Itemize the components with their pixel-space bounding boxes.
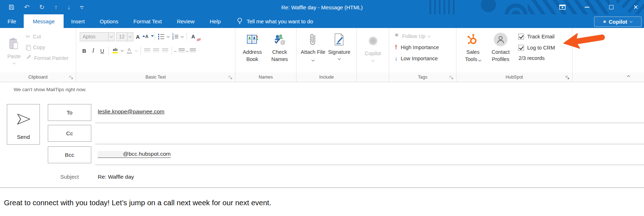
to-button[interactable]: To	[48, 104, 91, 121]
bullets-button[interactable]	[157, 32, 166, 41]
check-names-button[interactable]: @ Check Names	[266, 28, 293, 63]
shrink-font-button[interactable]: A	[144, 32, 153, 41]
font-color-button[interactable]: A	[125, 46, 134, 55]
signature-button[interactable]: Signature	[326, 28, 353, 63]
ribbon: Paste ✂ Cut Copy Format Painter	[0, 28, 644, 82]
cc-button[interactable]: Cc	[48, 125, 91, 142]
collapse-ribbon-button[interactable]	[627, 73, 630, 79]
follow-up-button[interactable]: Follow Up	[394, 32, 439, 41]
numbering-button[interactable]: 123	[171, 32, 180, 41]
to-recipient[interactable]: leslie.knope@pawnee.com	[98, 108, 164, 114]
basic-text-dialog-launcher-icon[interactable]	[228, 75, 233, 80]
contact-profiles-label: Contact Profiles	[487, 49, 515, 63]
tell-me-box[interactable]: Tell me what you want to do	[237, 14, 313, 28]
high-importance-button[interactable]: ! High Importance	[394, 43, 439, 52]
format-painter-button[interactable]: Format Painter	[26, 54, 69, 62]
send-button[interactable]: Send	[7, 104, 40, 145]
bcc-field[interactable]: @bcc.hubspot.com	[95, 146, 644, 165]
font-color-dropdown[interactable]	[134, 46, 139, 55]
records-status[interactable]: 2/3 records	[518, 55, 555, 61]
attach-file-label: Attach File	[300, 49, 326, 63]
chevron-down-icon	[338, 57, 341, 60]
copilot-ribbon-icon	[369, 34, 377, 48]
grow-font-button[interactable]: A	[135, 32, 144, 41]
increase-indent-button[interactable]: →	[185, 46, 196, 55]
bullets-dropdown[interactable]	[166, 32, 171, 41]
group-copilot: Copilot	[357, 28, 389, 82]
group-basic-text: Aptos 12 A A	[76, 28, 235, 82]
bold-button[interactable]: B	[80, 46, 89, 55]
save-icon[interactable]	[9, 4, 14, 10]
log-to-crm-checkbox[interactable]: Log to CRM	[518, 44, 555, 51]
close-button[interactable]: ×	[632, 4, 639, 10]
move-down-icon[interactable]: ↓	[67, 4, 70, 10]
track-email-checkbox[interactable]: Track Email	[518, 33, 555, 40]
tab-options[interactable]: Options	[92, 14, 126, 28]
align-right-button[interactable]	[161, 46, 170, 55]
clipboard-dialog-launcher-icon[interactable]	[69, 75, 74, 80]
high-importance-icon: !	[394, 44, 398, 51]
chevron-down-icon	[428, 34, 431, 37]
tags-dialog-launcher-icon[interactable]	[449, 75, 454, 80]
bcc-button[interactable]: Bcc	[48, 146, 91, 163]
align-center-button[interactable]	[152, 46, 161, 55]
bcc-recipient[interactable]: @bcc.hubspot.com	[98, 151, 171, 158]
high-importance-label: High Importance	[401, 44, 439, 50]
italic-button[interactable]: I	[89, 46, 98, 55]
tab-help[interactable]: Help	[202, 14, 228, 28]
tab-message[interactable]: Message	[24, 14, 64, 28]
attach-file-button[interactable]: Attach File	[300, 28, 326, 63]
maximize-button[interactable]	[608, 4, 615, 10]
tab-insert[interactable]: Insert	[64, 14, 92, 28]
clear-formatting-button[interactable]: A	[189, 32, 198, 41]
align-left-button[interactable]	[143, 46, 152, 55]
popout-icon[interactable]	[559, 4, 566, 10]
low-importance-button[interactable]: ↓ Low Importance	[394, 54, 439, 63]
check-names-icon: @	[273, 32, 286, 47]
address-book-icon	[246, 32, 258, 47]
highlight-button[interactable]: ab	[111, 46, 120, 55]
tab-file[interactable]: File	[0, 14, 24, 28]
subject-field[interactable]: Re: Waffle day	[98, 174, 134, 180]
hubspot-options: Track Email Log to CRM 2/3 records	[518, 33, 555, 61]
customize-quick-access-icon[interactable]	[80, 6, 83, 9]
message-body-editor[interactable]: Great to connect with you today! Let’s j…	[0, 188, 644, 216]
font-name-combo[interactable]: Aptos	[80, 32, 115, 41]
redo-icon[interactable]: ↻	[39, 4, 45, 10]
eraser-icon	[197, 38, 201, 41]
contact-avatar-icon	[494, 32, 507, 47]
highlight-dropdown[interactable]	[120, 46, 125, 55]
decrease-indent-button[interactable]: ←	[174, 46, 185, 55]
sales-tools-button[interactable]: Sales Tools	[461, 28, 484, 63]
address-book-label: Address Book	[238, 49, 266, 63]
cc-field[interactable]	[95, 125, 644, 144]
chevron-down-icon	[127, 33, 133, 41]
undo-icon[interactable]: ↶	[24, 4, 29, 10]
numbering-dropdown[interactable]	[180, 32, 185, 41]
copilot-ribbon-label: Copilot	[365, 50, 381, 57]
hubspot-dialog-launcher-icon[interactable]	[565, 75, 570, 80]
move-up-icon[interactable]: ↑	[54, 4, 58, 10]
paste-icon	[9, 37, 19, 51]
format-painter-icon	[26, 55, 32, 62]
minimize-button[interactable]	[584, 4, 590, 10]
contact-profiles-button[interactable]: Contact Profiles	[487, 28, 515, 63]
tab-format-text[interactable]: Format Text	[126, 14, 169, 28]
tab-review[interactable]: Review	[169, 14, 202, 28]
copilot-ribbon-button[interactable]: Copilot	[357, 28, 389, 61]
paste-button[interactable]: Paste	[4, 32, 24, 64]
cut-button[interactable]: ✂ Cut	[26, 33, 69, 41]
copilot-icon	[603, 20, 606, 23]
copilot-header-button[interactable]: Copilot	[594, 17, 641, 27]
to-field[interactable]: leslie.knope@pawnee.com	[95, 104, 644, 123]
checkbox-checked-icon	[518, 34, 524, 39]
group-names: Address Book @ Check Names Names	[235, 28, 296, 82]
font-size-combo[interactable]: 12	[116, 32, 133, 41]
chevron-down-icon	[108, 33, 114, 41]
group-include: Attach File Signature Include	[296, 28, 357, 82]
copy-button[interactable]: Copy	[26, 43, 69, 51]
chevron-down-icon	[630, 20, 632, 23]
underline-button[interactable]: U	[98, 46, 107, 55]
track-email-label: Track Email	[527, 34, 555, 39]
address-book-button[interactable]: Address Book	[238, 28, 266, 63]
